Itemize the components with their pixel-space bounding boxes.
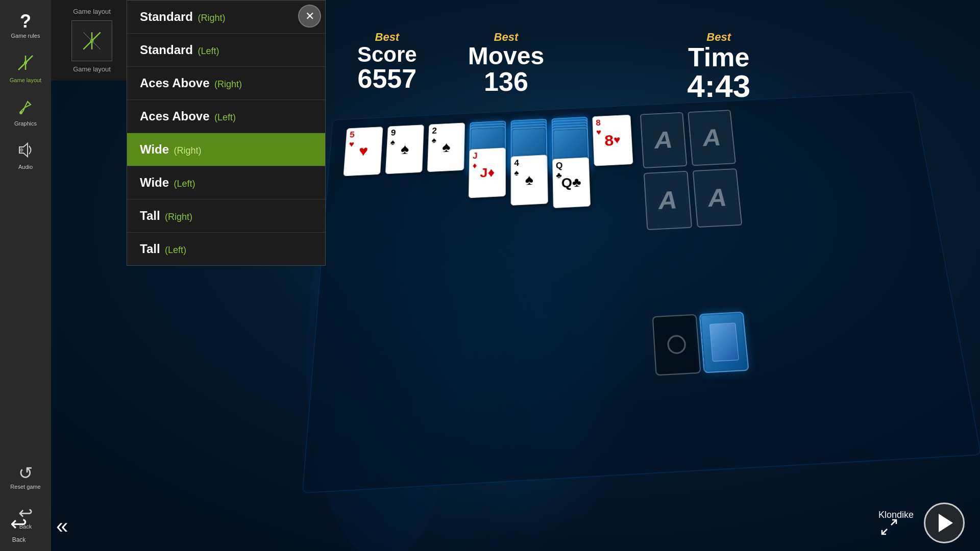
waste-card[interactable] [699,312,749,373]
stock-empty[interactable] [652,314,701,376]
brush-icon [16,97,35,118]
item-main-wide-right: Wide [140,142,169,156]
dropdown-item-wide-right[interactable]: Wide (Right) [127,133,325,166]
sidebar: ? Game rules Game layout [0,0,51,551]
dropdown-item-aces-above-left[interactable]: Aces Above (Left) [127,100,325,133]
ace-slot-4: A [693,168,743,228]
card-queen-clubs[interactable]: Q♣ Q♣ [552,157,591,208]
panel-subtitle: Game layout [56,65,128,73]
card-jack-diamonds[interactable]: J♦ J♦ [469,147,506,198]
stat-score: Best Score 6557 [357,31,417,102]
ace-slot-1: A [640,112,688,168]
item-main-wide-left: Wide [140,176,169,189]
item-main-aces-above-right: Aces Above [140,76,210,90]
item-main-aces-above-left: Aces Above [140,109,210,123]
time-title: Time [687,44,750,70]
compass-icon [16,53,35,75]
layout-dropdown-menu: ✕ Standard (Right) Standard (Left) Aces … [127,0,326,266]
item-sub-tall-right: (Right) [165,212,192,222]
item-sub-wide-left: (Left) [174,179,195,189]
item-sub-aces-above-left: (Left) [214,112,236,122]
sidebar-item-label-reset-game: Reset game [10,484,40,490]
sidebar-item-label-graphics: Graphics [14,120,37,127]
svg-line-16 [891,520,896,525]
close-button[interactable]: ✕ [298,5,321,28]
time-value: 4:43 [687,70,750,102]
card-2-spades[interactable]: 2♠ ♠ [427,122,465,172]
reset-icon: ↺ [18,464,33,482]
stats-area: Best Score 6557 Best Moves 136 Best Time… [357,31,750,102]
back-label: Back [12,536,26,543]
moves-value: 136 [468,68,544,95]
stat-time: Best Time 4:43 [687,31,750,102]
card-8-hearts[interactable]: 8♥ 8 ♥ [592,115,633,166]
sidebar-item-label-audio: Audio [18,164,33,170]
svg-line-17 [882,529,887,534]
card-5-hearts[interactable]: 5♥ ♥ [343,127,383,176]
item-sub-tall-left: (Left) [165,245,186,255]
ace-slot-3: A [644,171,692,230]
item-main-tall-right: Tall [140,209,160,222]
card-4-spades[interactable]: 4♠ ♠ [511,155,548,206]
svg-point-15 [667,336,685,354]
back-arrow-icon: ↩ [10,512,28,535]
ace-slot-2: A [688,110,736,166]
audio-icon [16,141,35,162]
panel-title: Game layout [56,8,128,15]
item-main-tall-left: Tall [140,242,160,256]
fast-back-button[interactable]: « [56,514,68,538]
dropdown-item-tall-left[interactable]: Tall (Left) [127,233,325,265]
fullscreen-button[interactable] [880,518,898,538]
item-main-standard-left: Standard [140,43,193,57]
item-sub-wide-right: (Right) [174,145,202,156]
game-layout-panel: Game layout Game layout [51,0,133,81]
svg-point-8 [19,111,22,114]
dropdown-item-aces-above-right[interactable]: Aces Above (Right) [127,67,325,100]
svg-line-7 [28,102,31,105]
question-icon: ? [20,12,31,31]
item-sub-standard-left: (Left) [198,46,219,56]
item-main-standard-right: Standard [140,10,193,23]
card-9-spades[interactable]: 9♠ ♠ [385,124,424,174]
dropdown-item-tall-right[interactable]: Tall (Right) [127,199,325,233]
sidebar-item-label-game-rules: Game rules [11,33,40,39]
dropdown-item-standard-left[interactable]: Standard (Left) [127,34,325,67]
fullscreen-icon [880,518,898,536]
moves-title: Moves [468,44,544,68]
sidebar-item-game-layout[interactable]: Game layout [3,47,48,89]
cards-area: 5♥ ♥ 9♠ ♠ 2♠ ♠ J♦ J♦ [302,92,980,493]
item-sub-standard-right: (Right) [198,13,225,23]
game-background: ? Game rules Game layout [0,0,980,551]
stat-moves: Best Moves 136 [468,31,544,102]
dropdown-item-standard-right[interactable]: Standard (Right) [127,1,325,34]
score-value: 6557 [357,65,417,92]
dropdown-item-wide-left[interactable]: Wide (Left) [127,166,325,199]
sidebar-item-label-game-layout: Game layout [10,77,41,83]
layout-icon-box [71,20,112,61]
sidebar-item-graphics[interactable]: Graphics [3,91,48,133]
play-button[interactable] [924,503,965,543]
sidebar-item-audio[interactable]: Audio [3,135,48,176]
item-sub-aces-above-right: (Right) [214,79,242,89]
sidebar-item-game-rules[interactable]: ? Game rules [3,6,48,45]
back-button[interactable]: ↩ Back [10,512,28,543]
game-table: 5♥ ♥ 9♠ ♠ 2♠ ♠ J♦ J♦ [284,57,980,507]
fast-back-icon: « [56,514,68,538]
score-title: Score [357,44,417,65]
sidebar-item-reset-game[interactable]: ↺ Reset game [3,458,48,496]
